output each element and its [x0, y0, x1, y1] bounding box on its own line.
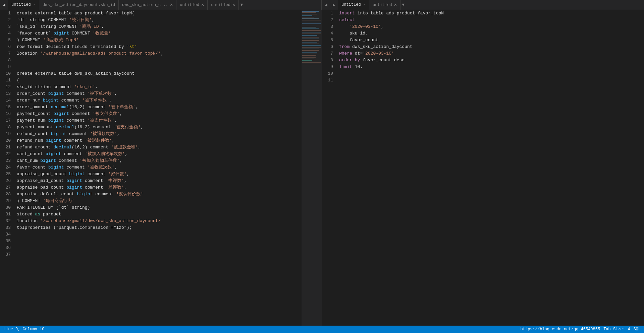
blog-url[interactable]: https://blog.csdn.net/qq_46540855: [521, 327, 600, 332]
svg-rect-27: [302, 57, 316, 58]
code-line[interactable]: [17, 231, 302, 238]
svg-rect-15: [302, 37, 319, 38]
editor-pane-left: 1234567891011121314151617181920212223242…: [0, 10, 322, 326]
svg-rect-9: [302, 27, 316, 27]
close-icon[interactable]: ×: [232, 3, 235, 7]
tab-next-right[interactable]: ▶: [330, 0, 338, 10]
svg-rect-1: [302, 11, 319, 12]
code-line[interactable]: cart_count bigint comment '被加入购物车次数',: [17, 151, 302, 157]
svg-rect-11: [302, 30, 321, 31]
code-line[interactable]: appraise_default_count bigint comment '默…: [17, 191, 302, 198]
code-line[interactable]: appraise_bad_count bigint comment '差评数',: [17, 184, 302, 191]
svg-rect-29: [302, 60, 312, 61]
code-line[interactable]: ) COMMENT '每日商品行为': [17, 198, 302, 204]
code-line[interactable]: appraise_good_count bigint comment '好评数'…: [17, 171, 302, 178]
svg-rect-17: [302, 40, 319, 41]
code-line[interactable]: from dws_sku_action_daycount: [339, 44, 644, 50]
close-icon[interactable]: ⋅: [33, 2, 36, 7]
code-line[interactable]: favor_count: [339, 37, 644, 44]
code-line[interactable]: favor_count bigint comment '被收藏次数',: [17, 164, 302, 171]
code-line[interactable]: insert into table ads_product_favor_topN: [339, 10, 644, 17]
minimap-left: [302, 10, 322, 326]
code-area-left[interactable]: create external table ads_product_favor_…: [13, 10, 302, 326]
code-line[interactable]: [17, 57, 302, 64]
code-line[interactable]: refund_count bigint comment '被退款次数',: [17, 131, 302, 137]
code-area-right[interactable]: insert into table ads_product_favor_topN…: [336, 10, 644, 326]
close-icon[interactable]: ×: [170, 3, 173, 7]
code-line[interactable]: tblproperties ("parquet.compression"="lz…: [17, 224, 302, 231]
language: SQL: [633, 327, 641, 332]
code-line[interactable]: select: [339, 17, 644, 23]
svg-rect-5: [302, 17, 314, 17]
code-line[interactable]: appraise_mid_count bigint comment '中评数',: [17, 178, 302, 184]
tab-label: untitled: [11, 2, 31, 7]
tab-label: untitled: [211, 3, 230, 7]
code-line[interactable]: `dt` string COMMENT '统计日期',: [17, 17, 302, 23]
svg-rect-16: [302, 39, 319, 39]
code-line[interactable]: '2020-03-10',: [339, 23, 644, 30]
svg-rect-24: [302, 52, 317, 53]
svg-rect-28: [302, 59, 314, 59]
code-line[interactable]: location '/warehouse/gmall/ads/ads_produ…: [17, 50, 302, 57]
code-line[interactable]: [17, 245, 302, 251]
svg-rect-22: [302, 49, 319, 49]
tab-overflow-left[interactable]: ▼: [239, 0, 244, 10]
code-line[interactable]: order_count bigint comment '被下单次数',: [17, 90, 302, 97]
svg-rect-14: [302, 35, 317, 36]
code-line[interactable]: refund_num bigint comment '被退款件数',: [17, 137, 302, 144]
status-bar: Line 9, Column 10 https://blog.csdn.net/…: [0, 326, 644, 333]
line-numbers-left: 1234567891011121314151617181920212223242…: [0, 10, 13, 326]
tab-prev-left[interactable]: ◀: [0, 0, 8, 10]
code-line[interactable]: order_amount decimal(16,2) comment '被下单金…: [17, 104, 302, 111]
code-line[interactable]: payment_num bigint comment '被支付件数',: [17, 117, 302, 124]
code-line[interactable]: [17, 251, 302, 258]
tab-bar: ◀ untitled ⋅ dws_sku_action_daycount.sku…: [0, 0, 644, 10]
svg-rect-4: [302, 15, 312, 16]
code-line[interactable]: PARTITIONED BY (`dt` string): [17, 204, 302, 211]
tab-overflow-right[interactable]: ▼: [400, 0, 406, 10]
code-line[interactable]: order by favor_count desc: [339, 57, 644, 64]
close-icon[interactable]: ×: [394, 3, 397, 7]
tab-dws-sku-action[interactable]: dws_sku_action_daycount.sku_id: [39, 0, 119, 10]
code-line[interactable]: sku_id,: [339, 30, 644, 37]
tab-label: untitled: [341, 2, 361, 7]
editor-pane-right: 1234567891011 insert into table ads_prod…: [322, 10, 644, 326]
editor-container: 1234567891011121314151617181920212223242…: [0, 10, 644, 326]
code-line[interactable]: `sku_id` string COMMENT '商品 ID',: [17, 23, 302, 30]
code-line[interactable]: location '/warehouse/gmall/dws/dws_sku_a…: [17, 218, 302, 224]
code-line[interactable]: (: [17, 77, 302, 84]
close-icon[interactable]: ×: [201, 3, 204, 7]
code-line[interactable]: payment_amount decimal(16,2) comment '被支…: [17, 124, 302, 131]
code-line[interactable]: refund_amount decimal(16,2) comment '被退款…: [17, 144, 302, 151]
code-line[interactable]: order_num bigint comment '被下单件数',: [17, 97, 302, 104]
status-left: Line 9, Column 10: [3, 327, 44, 332]
code-line[interactable]: row format delimited fields terminated b…: [17, 44, 302, 50]
code-line[interactable]: [17, 64, 302, 70]
svg-rect-23: [302, 50, 319, 51]
code-line[interactable]: create external table ads_product_favor_…: [17, 10, 302, 17]
code-line[interactable]: stored as parquet: [17, 211, 302, 218]
code-line[interactable]: [339, 77, 644, 84]
code-line[interactable]: limit 10;: [339, 64, 644, 70]
tab-dws-sku-action-c[interactable]: dws_sku_action_c... ×: [119, 0, 176, 10]
code-line[interactable]: sku_id string comment 'sku_id',: [17, 84, 302, 90]
code-line[interactable]: payment_count bigint comment '被支付次数',: [17, 111, 302, 117]
code-line[interactable]: ) COMMENT '商品收藏 TopN': [17, 37, 302, 44]
tab-untitled-2[interactable]: untitled ×: [176, 0, 208, 10]
code-line[interactable]: cart_num bigint comment '被加入购物车件数',: [17, 157, 302, 164]
code-line[interactable]: [17, 238, 302, 245]
tab-size: Tab Size: 4: [603, 327, 630, 332]
code-line[interactable]: `favor_count` bigint COMMENT '收藏量': [17, 30, 302, 37]
svg-rect-12: [302, 32, 321, 32]
status-right: https://blog.csdn.net/qq_46540855 Tab Si…: [521, 327, 641, 332]
code-line[interactable]: [339, 70, 644, 77]
code-line[interactable]: where dt='2020-03-10': [339, 50, 644, 57]
close-icon[interactable]: ⋅: [363, 2, 366, 7]
tab-untitled-right-1[interactable]: untitled ⋅: [338, 0, 369, 10]
tab-prev-right[interactable]: ◀: [322, 0, 330, 10]
tab-untitled-1[interactable]: untitled ⋅: [8, 0, 39, 10]
tab-untitled-right-2[interactable]: untitled ×: [369, 0, 400, 10]
tab-untitled-3[interactable]: untitled ×: [208, 0, 239, 10]
svg-rect-25: [302, 54, 317, 54]
code-line[interactable]: create external table dws_sku_action_day…: [17, 70, 302, 77]
